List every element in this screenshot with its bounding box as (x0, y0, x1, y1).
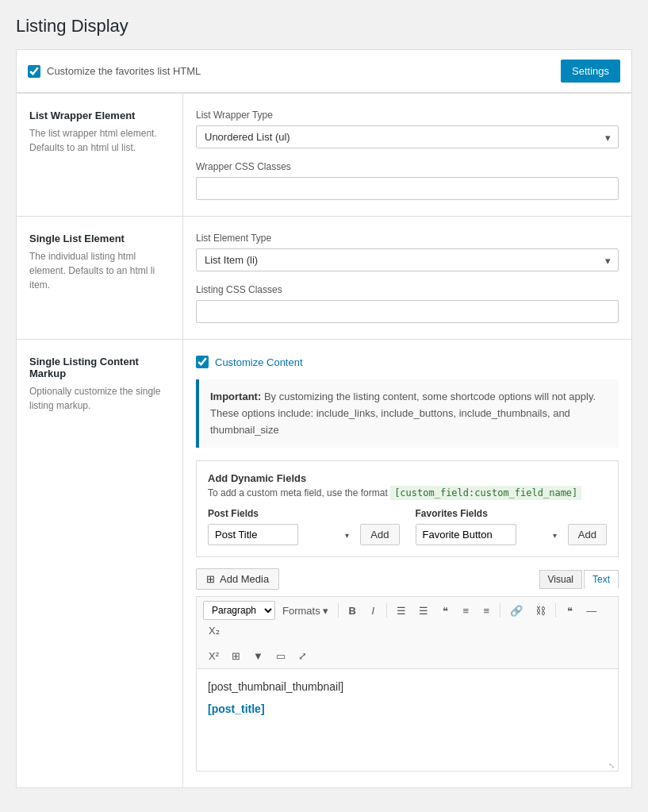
visual-text-tabs: Visual Text (539, 570, 619, 589)
dynamic-fields-title: Add Dynamic Fields (208, 472, 607, 484)
formats-arrow: ▾ (323, 605, 328, 617)
post-fields-chevron: ▾ (345, 530, 349, 539)
favorites-fields-select[interactable]: Favorite Button Favorite Count Favorite … (416, 524, 516, 545)
post-fields-add-button[interactable]: Add (360, 524, 399, 545)
settings-bar: Customize the favorites list HTML Settin… (16, 49, 632, 93)
table-options-button[interactable]: ▼ (247, 647, 269, 665)
single-list-row: Single List Element The individual listi… (17, 217, 632, 340)
ul-button[interactable]: ☰ (391, 602, 412, 620)
italic-button[interactable]: I (363, 602, 382, 620)
customize-content-label[interactable]: Customize Content (215, 356, 303, 368)
post-fields-input-row: Post Title Post ID Post Date Post Author… (208, 524, 400, 545)
single-list-title: Single List Element (29, 233, 170, 244)
page-title: Listing Display (16, 16, 632, 37)
list-element-type-select-wrap: List Item (li) Div Span Custom ▾ (196, 248, 619, 271)
hr-button[interactable]: ▭ (270, 647, 291, 665)
unlink-button[interactable]: ⛓ (530, 602, 551, 620)
blockquote2-button[interactable]: ❝ (560, 602, 579, 620)
editor-line-1: [post_thumbnail_thumbnail] (208, 680, 607, 693)
fullscreen-button[interactable]: ⤢ (293, 647, 312, 665)
post-fields-select[interactable]: Post Title Post ID Post Date Post Author… (208, 524, 298, 545)
dynamic-fields-desc: To add a custom meta field, use the form… (208, 487, 607, 498)
blockquote-button[interactable]: ❝ (435, 602, 454, 620)
editor-resize-handle[interactable]: ⤡ (608, 761, 616, 769)
add-media-label: Add Media (220, 573, 269, 585)
add-media-button[interactable]: ⊞ Add Media (196, 568, 279, 590)
single-listing-label-cell: Single Listing Content Markup Optionally… (17, 340, 183, 788)
paragraph-select[interactable]: Paragraph (203, 601, 275, 620)
wrapper-css-label: Wrapper CSS Classes (196, 161, 619, 172)
favorites-fields-add-button[interactable]: Add (568, 524, 607, 545)
list-element-type-label: List Element Type (196, 233, 619, 244)
dash-button[interactable]: — (581, 602, 602, 620)
listing-css-label: Listing CSS Classes (196, 284, 619, 295)
align-left-button[interactable]: ≡ (456, 602, 475, 620)
toolbar-sep-3 (500, 603, 500, 618)
ol-button[interactable]: ☰ (413, 602, 434, 620)
single-list-content-cell: List Element Type List Item (li) Div Spa… (183, 217, 632, 340)
link-button[interactable]: 🔗 (504, 602, 528, 620)
list-wrapper-type-select[interactable]: Unordered List (ul) Ordered List (ol) Di… (196, 125, 619, 148)
notice-strong: Important: (210, 391, 261, 402)
customize-html-label[interactable]: Customize the favorites list HTML (28, 65, 561, 78)
dynamic-fields-box: Add Dynamic Fields To add a custom meta … (196, 460, 619, 557)
notice-text: By customizing the listing content, some… (210, 391, 596, 436)
media-bar: ⊞ Add Media Visual Text (196, 568, 619, 590)
superscript-button[interactable]: X² (203, 647, 224, 665)
list-wrapper-type-label: List Wrapper Type (196, 110, 619, 121)
post-fields-label: Post Fields (208, 508, 400, 519)
favorites-fields-label: Favorites Fields (416, 508, 608, 519)
favorites-fields-chevron: ▾ (553, 530, 557, 539)
wrapper-css-input[interactable] (196, 177, 619, 200)
editor-area[interactable]: [post_thumbnail_thumbnail] [post_title] … (196, 668, 619, 772)
settings-button[interactable]: Settings (561, 60, 620, 83)
add-media-icon: ⊞ (206, 573, 215, 585)
formats-button[interactable]: Formats ▾ (277, 602, 334, 620)
customize-content-checkbox[interactable] (196, 356, 209, 368)
fields-row: Post Fields Post Title Post ID Post Date… (208, 508, 607, 545)
toolbar-sep-1 (338, 603, 339, 618)
listing-css-input[interactable] (196, 300, 619, 323)
single-listing-content-cell: Customize Content Important: By customiz… (183, 340, 632, 788)
list-wrapper-title: List Wrapper Element (29, 110, 170, 121)
align-right-button[interactable]: ≡ (477, 602, 496, 620)
list-wrapper-row: List Wrapper Element The list wrapper ht… (17, 94, 632, 217)
editor-line-2: [post_title] (208, 702, 607, 715)
single-listing-row: Single Listing Content Markup Optionally… (17, 340, 632, 788)
list-wrapper-content-cell: List Wrapper Type Unordered List (ul) Or… (183, 94, 632, 217)
toolbar-sep-2 (386, 603, 387, 618)
post-fields-select-wrap: Post Title Post ID Post Date Post Author… (208, 524, 355, 545)
visual-tab[interactable]: Visual (539, 570, 582, 589)
editor-toolbar: Paragraph Formats ▾ B I ☰ ☰ ❝ ≡ ≡ 🔗 (196, 596, 619, 644)
customize-html-text: Customize the favorites list HTML (47, 65, 201, 77)
favorites-fields-group: Favorites Fields Favorite Button Favorit… (416, 508, 608, 545)
single-listing-desc: Optionally customize the single listing … (29, 384, 170, 413)
single-list-desc: The individual listing html element. Def… (29, 249, 170, 292)
notice-box: Important: By customizing the listing co… (196, 379, 619, 448)
settings-table: List Wrapper Element The list wrapper ht… (16, 93, 632, 788)
editor-toolbar-row2: X² ⊞ ▼ ▭ ⤢ (196, 644, 619, 668)
table-button[interactable]: ⊞ (226, 647, 246, 665)
toolbar-sep-4 (555, 603, 556, 618)
customize-content-row: Customize Content (196, 356, 619, 368)
customize-html-checkbox[interactable] (28, 65, 40, 78)
list-element-type-select[interactable]: List Item (li) Div Span Custom (196, 248, 619, 271)
subscript-button[interactable]: X₂ (203, 622, 225, 640)
list-wrapper-type-select-wrap: Unordered List (ul) Ordered List (ol) Di… (196, 125, 619, 148)
single-listing-title: Single Listing Content Markup (29, 356, 170, 379)
list-wrapper-label-cell: List Wrapper Element The list wrapper ht… (17, 94, 183, 217)
bold-button[interactable]: B (343, 602, 362, 620)
favorites-fields-select-wrap: Favorite Button Favorite Count Favorite … (416, 524, 563, 545)
favorites-fields-input-row: Favorite Button Favorite Count Favorite … (416, 524, 608, 545)
text-tab[interactable]: Text (584, 570, 619, 589)
post-title-shortcode[interactable]: [post_title] (208, 702, 265, 715)
post-fields-group: Post Fields Post Title Post ID Post Date… (208, 508, 400, 545)
dynamic-fields-code: [custom_field:custom_field_name] (390, 486, 581, 500)
single-list-label-cell: Single List Element The individual listi… (17, 217, 183, 340)
list-wrapper-desc: The list wrapper html element. Defaults … (29, 126, 170, 155)
